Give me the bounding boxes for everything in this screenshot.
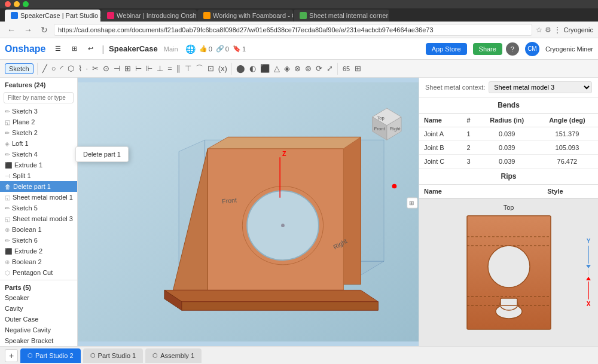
bends-title: Bends [419, 97, 598, 114]
rips-col-style: Style [512, 185, 598, 198]
tool-number[interactable]: 65 [341, 64, 352, 74]
sheet-metal-context-select[interactable]: Sheet metal model 3 [489, 81, 592, 93]
feature-sheetmetal3[interactable]: ◱ Sheet metal model 3 [0, 213, 77, 224]
hamburger-menu[interactable]: ☰ [51, 43, 65, 54]
part-outercase[interactable]: Outer Case [0, 314, 77, 325]
tool-3d-2[interactable]: ◐ [248, 63, 257, 74]
tool-line[interactable]: ╱ [41, 63, 48, 74]
bend-row-jointa[interactable]: Joint A 1 0.039 151.379 [419, 127, 598, 141]
3d-viewport[interactable]: Z Front Right Top Front Right ⊞ [78, 78, 419, 346]
features-filter[interactable] [4, 92, 74, 103]
feature-sketch6[interactable]: ✏ Sketch 6 [0, 235, 77, 246]
tool-trim[interactable]: ✂ [91, 63, 100, 74]
tool-tangent[interactable]: ⌒ [194, 62, 205, 75]
refresh-button[interactable]: ↻ [38, 24, 50, 36]
onshape-logo[interactable]: Onshape [5, 44, 45, 54]
feature-deletepart1[interactable]: 🗑 Delete part 1 [0, 181, 77, 192]
context-menu: Delete part 1 [75, 146, 129, 162]
feature-sketch6-label: Sketch 6 [12, 237, 38, 244]
feature-boolean2[interactable]: ⊕ Boolean 2 [0, 256, 77, 267]
back-button[interactable]: ← [5, 24, 18, 36]
svg-point-34 [488, 246, 530, 287]
plane2-icon: ◱ [5, 119, 10, 126]
feature-sketch4[interactable]: ✏ Sketch 4 [0, 149, 77, 160]
tab-webinar[interactable]: Webinar | Introducing Onsh... × [101, 10, 197, 22]
context-menu-item-deletepart[interactable]: Delete part 1 [76, 148, 128, 160]
part-negativecavity[interactable]: Negative Cavity [0, 325, 77, 335]
tool-mirror[interactable]: ⊣ [112, 63, 121, 74]
thumbsup-icon[interactable]: 👍 [199, 45, 208, 53]
link-icon[interactable]: 🔗 [216, 45, 224, 53]
menu-icon[interactable]: ⋮ [554, 26, 561, 34]
close-dot[interactable] [5, 1, 11, 7]
feature-pentagoncut[interactable]: ⬡ Pentagon Cut [0, 267, 77, 278]
tab-working[interactable]: Working with Foamboard - C... × [197, 10, 293, 22]
tool-spline[interactable]: ⌇ [77, 63, 83, 74]
feature-extrude2[interactable]: ⬛ Extrude 2 [0, 246, 77, 256]
appstore-button[interactable]: App Store [426, 43, 467, 55]
part-speaker[interactable]: Speaker [0, 292, 77, 303]
bend-row-jointb[interactable]: Joint B 2 0.039 105.093 [419, 141, 598, 155]
globe-icon[interactable]: 🌐 [185, 44, 196, 54]
tool-equal[interactable]: = [166, 63, 173, 74]
tool-x[interactable]: (x) [217, 63, 228, 74]
tab-sheet[interactable]: Sheet metal internal corner fli... × [294, 10, 389, 22]
minimize-dot[interactable] [14, 1, 20, 7]
tool-3d-7[interactable]: ⊚ [304, 63, 313, 74]
tool-3d-3[interactable]: ⬛ [259, 63, 271, 74]
tool-3d-9[interactable]: ⤢ [325, 63, 334, 74]
tool-dimension[interactable]: ⊢ [134, 63, 143, 74]
tool-construction[interactable]: ⊡ [206, 63, 215, 74]
feature-sheetmetal1[interactable]: ◱ Sheet metal model 1 [0, 192, 77, 203]
tool-3d-4[interactable]: △ [273, 63, 281, 74]
sheetmetal3-icon: ◱ [5, 216, 10, 222]
address-input[interactable] [54, 24, 532, 36]
tool-arc[interactable]: ◜ [59, 63, 65, 74]
tool-pattern[interactable]: ⊞ [123, 63, 132, 74]
tool-3d-8[interactable]: ⟳ [315, 63, 324, 74]
svg-text:Top: Top [377, 115, 384, 121]
extensions-icon[interactable]: ⚙ [545, 26, 551, 34]
sheet-metal-header: Sheet metal context: Sheet metal model 3 [419, 78, 598, 97]
tool-perpendicular[interactable]: ⊤ [184, 63, 193, 74]
tool-3d-1[interactable]: ⬤ [235, 63, 246, 74]
maximize-dot[interactable] [23, 1, 29, 7]
share-button[interactable]: Share [473, 43, 502, 55]
bookmark-icon2[interactable]: 🔖 [233, 45, 241, 53]
tool-offset[interactable]: ⊙ [102, 63, 111, 74]
tab-speakercase[interactable]: SpeakerCase | Part Studio 2 × [5, 10, 100, 22]
bend-row-jointc[interactable]: Joint C 3 0.039 76.472 [419, 155, 598, 169]
user-avatar[interactable]: CM [525, 42, 539, 56]
feature-boolean1[interactable]: ⊕ Boolean 1 [0, 224, 77, 235]
help-button[interactable]: ? [506, 42, 519, 56]
tool-plus[interactable]: ⊞ [353, 63, 362, 74]
tool-polygon[interactable]: ⬡ [66, 63, 75, 74]
feature-split1[interactable]: ⊣ Split 1 [0, 170, 77, 181]
tool-coincident[interactable]: ⊥ [155, 63, 164, 74]
feature-extrude1[interactable]: ⬛ Extrude 1 [0, 160, 77, 170]
arrow-menu[interactable]: ↩ [84, 43, 97, 54]
tool-parallel[interactable]: ∥ [175, 63, 182, 74]
feature-sketch5[interactable]: ✏ Sketch 5 [0, 203, 77, 213]
feature-speakercut[interactable]: ⬡ Speaker Cut [0, 278, 77, 280]
feature-sketch2[interactable]: ✏ Sketch 2 [0, 127, 77, 138]
feature-loft1[interactable]: ◈ Loft 1 [0, 138, 77, 149]
tab-partstudio1[interactable]: ⬡ Part Studio 1 [83, 348, 144, 363]
bookmark-icon[interactable]: ☆ [536, 26, 542, 34]
tool-constrain[interactable]: ⊩ [145, 63, 154, 74]
grid-menu[interactable]: ⊞ [68, 43, 81, 54]
tool-point[interactable]: · [85, 63, 90, 74]
feature-plane2[interactable]: ◱ Plane 2 [0, 117, 77, 127]
forward-button[interactable]: → [22, 24, 35, 36]
tool-circle[interactable]: ○ [50, 63, 57, 74]
tab-assembly1[interactable]: ⬡ Assembly 1 [145, 348, 202, 363]
flat-view[interactable]: Y X Top [419, 198, 598, 346]
tool-3d-6[interactable]: ⊗ [293, 63, 302, 74]
part-speakerbracket[interactable]: Speaker Bracket [0, 335, 77, 346]
add-studio-button[interactable]: + [5, 349, 18, 362]
feature-sketch3[interactable]: ✏ Sketch 3 [0, 106, 77, 117]
tab-partstudio2[interactable]: ⬡ Part Studio 2 [20, 348, 81, 363]
sketch-button[interactable]: Sketch [5, 63, 33, 74]
tool-3d-5[interactable]: ◈ [283, 63, 291, 74]
part-cavity[interactable]: Cavity [0, 303, 77, 314]
